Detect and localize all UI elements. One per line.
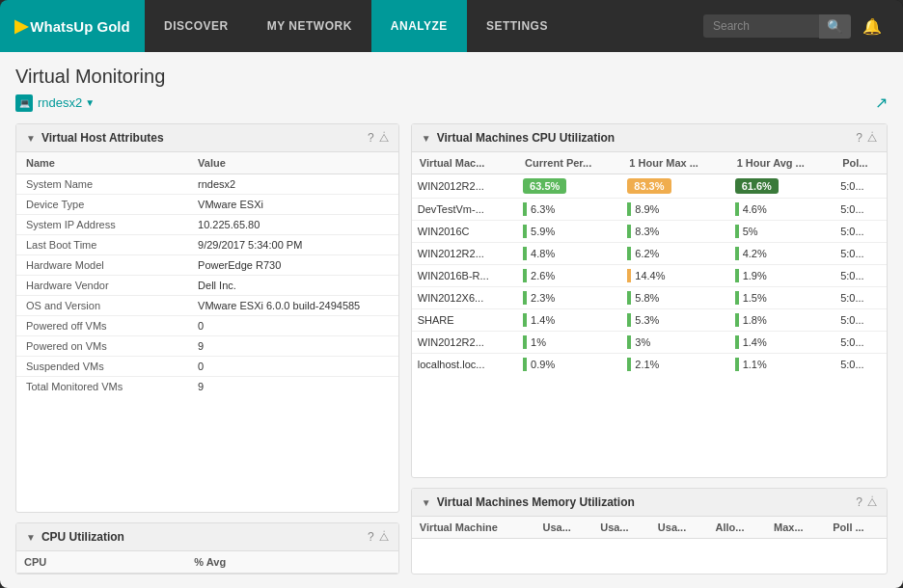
cpu-expand-icon[interactable]: ⧊ bbox=[379, 530, 389, 544]
vm-current: 2.6% bbox=[517, 265, 621, 287]
two-column-layout: ▼ Virtual Host Attributes ? ⧊ bbox=[15, 123, 888, 575]
table-row: Device TypeVMware ESXi bbox=[16, 195, 398, 215]
attr-name: System Name bbox=[16, 174, 188, 195]
vm-memory-body: Virtual MachineUsa...Usa...Usa...Allo...… bbox=[412, 517, 887, 574]
nav-item-discover[interactable]: DISCOVER bbox=[145, 0, 248, 52]
nav-item-settings[interactable]: SETTINGS bbox=[467, 0, 567, 52]
vm-current: 1% bbox=[517, 332, 621, 354]
list-item: WIN2016B-R... 2.6% 14.4% 1.9%5:0... bbox=[412, 265, 887, 287]
cpu-table: CPU % Avg bbox=[16, 551, 398, 574]
nav-item-my-network[interactable]: MY NETWORK bbox=[248, 0, 371, 52]
vm-max: 8.9% bbox=[621, 199, 728, 221]
vm-poll: 5:0... bbox=[835, 174, 887, 199]
expand-icon[interactable]: ⧊ bbox=[379, 131, 389, 145]
vm-cpu-utilization-header: ▼ Virtual Machines CPU Utilization ? ⧊ bbox=[412, 124, 887, 152]
vm-current: 0.9% bbox=[517, 354, 621, 376]
vm-avg: 1.5% bbox=[729, 287, 835, 309]
host-dropdown-icon[interactable]: ▼ bbox=[85, 97, 95, 108]
table-row: System IP Address10.225.65.80 bbox=[16, 215, 398, 235]
vm-mem-col-header: Usa... bbox=[535, 517, 593, 539]
search-area: 🔍 🔔 bbox=[703, 13, 893, 40]
left-column: ▼ Virtual Host Attributes ? ⧊ bbox=[15, 123, 399, 575]
vm-mem-expand-icon[interactable]: ⧊ bbox=[867, 495, 877, 509]
attr-value: 9/29/2017 5:34:00 PM bbox=[188, 235, 398, 255]
vm-avg: 4.2% bbox=[729, 243, 835, 265]
vm-mem-help-icon[interactable]: ? bbox=[856, 495, 862, 509]
bell-icon: 🔔 bbox=[862, 18, 882, 35]
cpu-utilization-body: CPU % Avg bbox=[16, 551, 398, 574]
search-icon: 🔍 bbox=[827, 19, 843, 34]
attr-name: Suspended VMs bbox=[16, 357, 188, 377]
vm-name: WIN2012R2... bbox=[412, 332, 517, 354]
vm-max: 3% bbox=[621, 332, 728, 354]
virtual-host-attributes-body: Name Value System Namerndesx2Device Type… bbox=[16, 152, 398, 512]
list-item: WIN2012R2... 4.8% 6.2% 4.2%5:0... bbox=[412, 243, 887, 265]
vm-current: 5.9% bbox=[517, 221, 621, 243]
host-icon: 💻 bbox=[15, 94, 33, 112]
vm-max: 83.3% bbox=[621, 174, 728, 199]
attr-name: Powered on VMs bbox=[16, 336, 188, 357]
attr-value: 9 bbox=[188, 336, 398, 357]
vm-memory-panel-icons: ? ⧊ bbox=[856, 495, 877, 509]
vm-cpu-col-header: Current Per... bbox=[517, 152, 621, 174]
vm-cpu-col-header: Virtual Mac... bbox=[412, 152, 517, 174]
host-link[interactable]: rndesx2 bbox=[38, 95, 82, 110]
virtual-host-attributes-scroll[interactable]: Name Value System Namerndesx2Device Type… bbox=[16, 152, 398, 396]
chevron-icon: ▼ bbox=[26, 133, 36, 144]
search-input[interactable] bbox=[703, 14, 819, 38]
col-value-header: Value bbox=[188, 152, 398, 174]
list-item: WIN2012R2...63.5%83.3%61.6%5:0... bbox=[412, 174, 887, 199]
cpu-help-icon[interactable]: ? bbox=[368, 530, 374, 544]
attr-value: PowerEdge R730 bbox=[188, 255, 398, 276]
vm-cpu-utilization-panel: ▼ Virtual Machines CPU Utilization ? ⧊ V… bbox=[411, 123, 888, 478]
vm-avg: 1.8% bbox=[729, 309, 835, 332]
vm-name: WIN2012X6... bbox=[412, 287, 517, 309]
notifications-button[interactable]: 🔔 bbox=[851, 13, 893, 40]
table-row: Suspended VMs0 bbox=[16, 357, 398, 377]
attributes-table: Name Value System Namerndesx2Device Type… bbox=[16, 152, 398, 396]
vm-poll: 5:0... bbox=[835, 287, 887, 309]
vm-name: WIN2016C bbox=[412, 221, 517, 243]
vm-max: 5.8% bbox=[621, 287, 728, 309]
attr-name: Hardware Model bbox=[16, 255, 188, 276]
search-button[interactable]: 🔍 bbox=[819, 14, 851, 39]
vm-cpu-panel-icons: ? ⧊ bbox=[856, 131, 877, 145]
attr-value: VMware ESXi 6.0.0 build-2494585 bbox=[188, 296, 398, 316]
vm-mem-col-header: Poll ... bbox=[825, 517, 887, 539]
vm-cpu-col-header: 1 Hour Max ... bbox=[621, 152, 728, 174]
nav-item-analyze[interactable]: ANALYZE bbox=[371, 0, 467, 52]
vm-avg: 61.6% bbox=[729, 174, 835, 199]
right-column: ▼ Virtual Machines CPU Utilization ? ⧊ V… bbox=[411, 123, 888, 575]
vm-max: 14.4% bbox=[621, 265, 728, 287]
attr-name: Last Boot Time bbox=[16, 235, 188, 255]
vm-cpu-table: Virtual Mac...Current Per...1 Hour Max .… bbox=[412, 152, 887, 375]
logo[interactable]: ▶ WhatsUp Gold bbox=[0, 0, 145, 52]
vm-current: 6.3% bbox=[517, 199, 621, 221]
attr-name: Hardware Vendor bbox=[16, 276, 188, 296]
vm-cpu-scroll[interactable]: Virtual Mac...Current Per...1 Hour Max .… bbox=[412, 152, 887, 375]
cpu-utilization-panel: ▼ CPU Utilization ? ⧊ CPU % Avg bbox=[15, 522, 399, 575]
list-item: WIN2012X6... 2.3% 5.8% 1.5%5:0... bbox=[412, 287, 887, 309]
vm-cpu-utilization-title: Virtual Machines CPU Utilization bbox=[437, 131, 851, 145]
vm-cpu-chevron-icon: ▼ bbox=[422, 133, 431, 144]
main-content: Virtual Monitoring 💻 rndesx2 ▼ ↗ ▼ Virtu… bbox=[0, 52, 903, 588]
cpu-panel-icons: ? ⧊ bbox=[368, 530, 389, 544]
help-icon[interactable]: ? bbox=[368, 131, 374, 145]
vm-cpu-expand-icon[interactable]: ⧊ bbox=[867, 131, 877, 145]
panel-header-icons: ? ⧊ bbox=[368, 131, 389, 145]
vm-mem-col-header: Max... bbox=[766, 517, 825, 539]
vm-avg: 4.6% bbox=[729, 199, 835, 221]
vm-max: 2.1% bbox=[621, 354, 728, 376]
vm-cpu-help-icon[interactable]: ? bbox=[856, 131, 862, 145]
breadcrumb-row: 💻 rndesx2 ▼ ↗ bbox=[15, 94, 888, 112]
table-row: System Namerndesx2 bbox=[16, 174, 398, 195]
logo-arrow: ▶ bbox=[14, 15, 28, 37]
vm-cpu-utilization-body: Virtual Mac...Current Per...1 Hour Max .… bbox=[412, 152, 887, 477]
list-item: WIN2016C 5.9% 8.3% 5%5:0... bbox=[412, 221, 887, 243]
vm-mem-col-header: Allo... bbox=[708, 517, 766, 539]
attr-value: VMware ESXi bbox=[188, 195, 398, 215]
page-title: Virtual Monitoring bbox=[15, 66, 888, 88]
avg-col-header: % Avg bbox=[186, 551, 397, 574]
export-button[interactable]: ↗ bbox=[875, 94, 888, 112]
attr-name: Total Monitored VMs bbox=[16, 377, 188, 397]
